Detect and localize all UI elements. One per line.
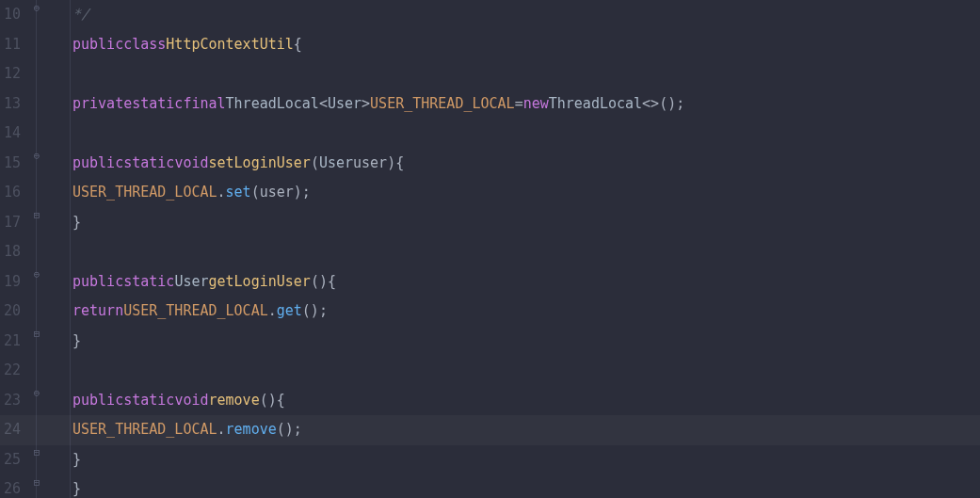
code-line[interactable]: public class HttpContextUtil { — [72, 30, 980, 60]
fold-end-icon: ⊟ — [31, 447, 42, 458]
code-line[interactable]: public static void setLoginUser(User use… — [72, 149, 980, 179]
line-number: 15 — [0, 149, 21, 179]
line-number: 17 — [0, 208, 21, 238]
code-editor[interactable]: 10 11 12 13 14 15 16 17 18 19 20 21 22 2… — [0, 0, 980, 498]
code-line[interactable] — [72, 119, 980, 149]
fold-collapse-icon[interactable]: ⊖ — [31, 388, 42, 399]
code-line[interactable]: private static final ThreadLocal<User> U… — [72, 89, 980, 120]
code-line[interactable] — [72, 59, 980, 89]
line-number: 14 — [0, 119, 21, 149]
line-number: 22 — [0, 356, 21, 386]
line-number: 16 — [0, 178, 21, 208]
line-number: 21 — [0, 327, 21, 357]
line-number: 13 — [0, 89, 21, 120]
code-line[interactable]: } — [72, 327, 980, 357]
code-line[interactable]: */ — [72, 0, 980, 30]
fold-collapse-icon[interactable]: ⊖ — [31, 151, 42, 162]
line-number: 26 — [0, 474, 21, 498]
code-line[interactable]: public static void remove() { — [72, 386, 980, 416]
line-number: 23 — [0, 386, 21, 416]
code-line[interactable]: USER_THREAD_LOCAL.remove(); — [72, 415, 980, 445]
code-line[interactable]: } — [72, 445, 980, 475]
line-number: 19 — [0, 267, 21, 297]
line-number: 12 — [0, 59, 21, 89]
line-number: 10 — [0, 0, 21, 30]
fold-end-icon: ⊟ — [31, 477, 42, 489]
code-line[interactable]: } — [72, 208, 980, 238]
fold-end-icon: ⊟ — [31, 210, 42, 221]
line-number: 25 — [0, 445, 21, 475]
code-line[interactable]: } — [72, 474, 980, 498]
line-number: 18 — [0, 237, 21, 267]
code-area[interactable]: */ public class HttpContextUtil { privat… — [71, 0, 980, 498]
code-line[interactable]: return USER_THREAD_LOCAL.get(); — [72, 297, 980, 327]
fold-end-icon: ⊟ — [31, 329, 42, 340]
fold-collapse-icon[interactable]: ⊖ — [31, 3, 42, 14]
line-number: 20 — [0, 297, 21, 327]
code-line[interactable]: public static User getLoginUser() { — [72, 267, 980, 297]
line-number: 11 — [0, 30, 21, 60]
code-line[interactable] — [72, 356, 980, 386]
code-line[interactable]: USER_THREAD_LOCAL.set(user); — [72, 178, 980, 208]
fold-collapse-icon[interactable]: ⊖ — [31, 269, 42, 281]
code-line[interactable] — [72, 237, 980, 267]
